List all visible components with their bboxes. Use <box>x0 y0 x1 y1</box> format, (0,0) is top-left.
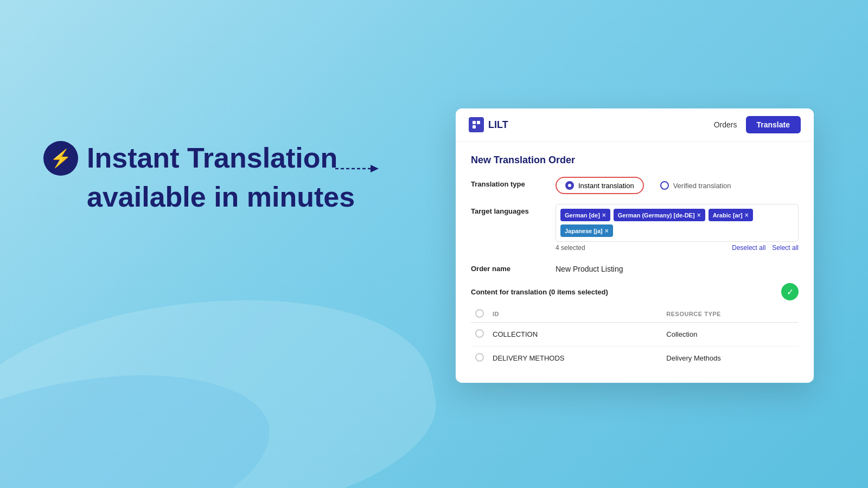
instant-translation-option[interactable]: Instant translation <box>556 177 644 194</box>
target-languages-control: German [de] × German (Germany) [de-DE] ×… <box>556 204 799 252</box>
order-name-value: New Product Listing <box>556 261 799 273</box>
remove-japanese[interactable]: × <box>605 227 609 235</box>
translation-type-row: Translation type Instant translation Ver… <box>471 177 799 194</box>
th-checkbox <box>471 306 488 323</box>
hero-title-line1: Instant Translation <box>87 143 337 174</box>
svg-rect-2 <box>473 121 476 124</box>
hero-title-row: ⚡ Instant Translation <box>43 141 355 176</box>
target-languages-label: Target languages <box>471 204 547 215</box>
header-radio[interactable] <box>475 309 484 318</box>
table-header-row: ID RESOURCE TYPE <box>471 306 799 323</box>
selected-count: 4 selected <box>556 244 585 252</box>
language-tags-container[interactable]: German [de] × German (Germany) [de-DE] ×… <box>556 204 799 242</box>
row-2-id: DELIVERY METHODS <box>488 346 662 370</box>
instant-translation-label: Instant translation <box>578 182 634 190</box>
bolt-icon: ⚡ <box>43 141 78 176</box>
app-navbar: LILT Orders Translate <box>456 108 814 142</box>
check-icon: ✓ <box>781 283 799 300</box>
verified-translation-option[interactable]: Verified translation <box>650 177 741 194</box>
lang-tag-arabic[interactable]: Arabic [ar] × <box>709 209 753 221</box>
remove-german-de[interactable]: × <box>602 211 606 219</box>
hero-title-line2: available in minutes <box>43 180 355 214</box>
verified-radio-dot <box>660 181 669 190</box>
lang-tag-german-de[interactable]: German [de] × <box>560 209 610 221</box>
table-row: COLLECTION Collection <box>471 323 799 346</box>
content-title: Content for translation (0 items selecte… <box>471 288 608 296</box>
instant-radio-dot <box>565 181 574 190</box>
lilt-logo: LILT <box>469 117 508 132</box>
order-name-row: Order name New Product Listing <box>471 261 799 273</box>
tags-footer: 4 selected Deselect all Select all <box>556 244 799 252</box>
translation-type-options: Instant translation Verified translation <box>556 177 799 194</box>
row-1-resource-type: Collection <box>662 323 799 346</box>
nav-right: Orders Translate <box>714 116 801 133</box>
translation-type-control: Instant translation Verified translation <box>556 177 799 194</box>
app-card: LILT Orders Translate New Translation Or… <box>456 108 814 383</box>
lilt-logo-text: LILT <box>488 119 508 131</box>
order-name-control: New Product Listing <box>556 261 799 273</box>
row-2-radio[interactable] <box>475 353 484 362</box>
lilt-logo-icon <box>469 117 484 132</box>
tags-actions: Deselect all Select all <box>732 244 799 252</box>
content-table: ID RESOURCE TYPE COLLECTION Collection D <box>471 306 799 370</box>
arrow-line <box>335 160 379 177</box>
remove-arabic[interactable]: × <box>745 211 749 219</box>
svg-marker-1 <box>371 165 379 172</box>
content-header: Content for translation (0 items selecte… <box>471 283 799 300</box>
remove-german-de-de[interactable]: × <box>697 211 701 219</box>
row-2-resource-type: Delivery Methods <box>662 346 799 370</box>
table-row: DELIVERY METHODS Delivery Methods <box>471 346 799 370</box>
hero-section: ⚡ Instant Translation available in minut… <box>43 141 355 214</box>
th-id: ID <box>488 306 662 323</box>
orders-link[interactable]: Orders <box>714 120 737 129</box>
lang-tag-german-de-de[interactable]: German (Germany) [de-DE] × <box>614 209 705 221</box>
select-all-link[interactable]: Select all <box>772 244 799 252</box>
svg-rect-4 <box>473 125 476 129</box>
th-resource-type: RESOURCE TYPE <box>662 306 799 323</box>
row-2-check[interactable] <box>471 346 488 370</box>
card-title: New Translation Order <box>471 155 799 166</box>
verified-translation-label: Verified translation <box>673 182 731 190</box>
card-body: New Translation Order Translation type I… <box>456 142 814 383</box>
row-1-id: COLLECTION <box>488 323 662 346</box>
translation-type-label: Translation type <box>471 177 547 188</box>
translate-button[interactable]: Translate <box>746 116 801 133</box>
order-name-label: Order name <box>471 261 547 273</box>
lang-tag-japanese[interactable]: Japanese [ja] × <box>560 224 613 237</box>
svg-rect-3 <box>477 121 480 124</box>
target-languages-row: Target languages German [de] × German (G… <box>471 204 799 252</box>
row-1-check[interactable] <box>471 323 488 346</box>
row-1-radio[interactable] <box>475 329 484 338</box>
deselect-all-link[interactable]: Deselect all <box>732 244 765 252</box>
